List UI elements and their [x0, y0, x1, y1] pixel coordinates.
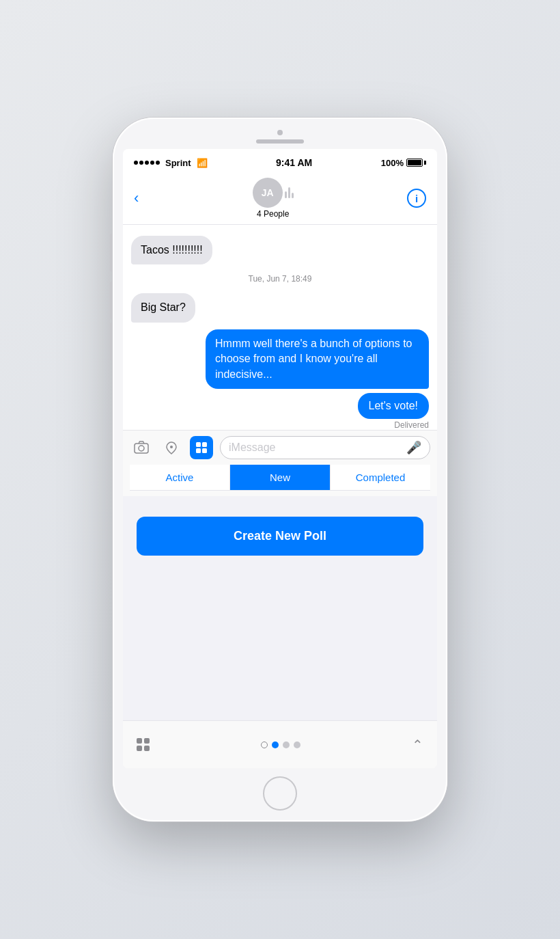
svg-rect-5 [196, 448, 201, 453]
wave-3 [292, 193, 294, 198]
chevron-up-button[interactable]: ⌃ [412, 737, 423, 753]
timestamp-1: Tue, Jun 7, 18:49 [249, 274, 312, 284]
message-tacos: Tacos !!!!!!!!!! [131, 236, 212, 264]
status-time: 9:41 AM [276, 157, 312, 168]
status-left: Sprint 📶 [134, 158, 208, 168]
phone-top-bar [113, 118, 447, 149]
phone-screen: Sprint 📶 9:41 AM 100% ‹ [123, 149, 437, 768]
people-count: 4 People [257, 209, 289, 219]
imessage-input-field[interactable]: iMessage 🎤 [220, 436, 430, 459]
battery-tip [424, 161, 426, 165]
battery-body [406, 159, 423, 167]
messages-area: Tacos !!!!!!!!!! Tue, Jun 7, 18:49 Big S… [123, 225, 437, 430]
signal-dots [134, 161, 160, 165]
svg-rect-6 [202, 448, 207, 453]
sticker-button[interactable] [160, 436, 183, 459]
tabs-row: Active New Completed [130, 465, 430, 491]
battery-percent: 100% [381, 158, 404, 168]
input-row: iMessage 🎤 [130, 436, 430, 459]
outgoing-group: Hmmm well there's a bunch of options to … [131, 329, 429, 430]
svg-rect-0 [135, 444, 148, 453]
svg-rect-4 [202, 442, 207, 447]
message-bigstar: Big Star? [131, 293, 195, 322]
tab-completed[interactable]: Completed [330, 465, 430, 490]
avatar-group: JA [253, 178, 294, 208]
signal-dot-2 [139, 161, 143, 165]
signal-dot-5 [156, 161, 160, 165]
tab-new[interactable]: New [230, 465, 330, 490]
apps-dot-1 [137, 738, 142, 744]
page-indicators [261, 741, 300, 748]
signal-dot-1 [134, 161, 138, 165]
home-button[interactable] [263, 776, 297, 811]
mic-icon: 🎤 [406, 440, 421, 455]
apps-dot-4 [144, 746, 150, 751]
status-right: 100% [381, 158, 426, 168]
create-poll-button[interactable]: Create New Poll [137, 517, 423, 556]
carrier-label: Sprint [165, 158, 191, 168]
wave-2 [288, 187, 290, 198]
wifi-icon: 📶 [197, 158, 208, 168]
apps-dot-2 [144, 738, 150, 744]
page-indicator-empty-2 [294, 741, 300, 748]
avatar: JA [253, 178, 283, 208]
audio-waves [285, 187, 294, 198]
appstore-button[interactable] [190, 436, 213, 459]
svg-rect-3 [196, 442, 201, 447]
battery-icon [406, 159, 426, 167]
message-vote: Let's vote! [358, 393, 429, 419]
page-indicator-empty-1 [283, 741, 290, 748]
wave-1 [285, 191, 287, 198]
back-button[interactable]: ‹ [134, 189, 139, 207]
status-bar: Sprint 📶 9:41 AM 100% [123, 149, 437, 174]
bottom-bar: ⌃ [123, 720, 437, 768]
page-indicator-ring [261, 741, 268, 748]
battery-fill [408, 160, 421, 165]
apps-grid-icon[interactable] [137, 738, 150, 751]
message-outgoing1: Hmmm well there's a bunch of options to … [206, 329, 429, 389]
camera-button[interactable] [130, 436, 153, 459]
signal-dot-4 [150, 161, 154, 165]
signal-dot-3 [145, 161, 149, 165]
page-indicator-active [272, 741, 279, 748]
nav-bar: ‹ JA 4 People i [123, 174, 437, 225]
nav-center: JA 4 People [253, 178, 294, 219]
tab-active[interactable]: Active [130, 465, 230, 490]
svg-point-1 [139, 446, 144, 451]
speaker-bar [256, 139, 304, 144]
imessage-placeholder: iMessage [229, 441, 275, 454]
input-area: iMessage 🎤 Active New Completed [123, 430, 437, 496]
info-button[interactable]: i [407, 189, 426, 208]
phone-frame: Sprint 📶 9:41 AM 100% ‹ [113, 118, 447, 821]
home-indicator-area [113, 768, 447, 821]
apps-dot-3 [137, 746, 142, 751]
svg-point-2 [170, 446, 173, 448]
delivered-label: Delivered [394, 420, 429, 430]
page-background: Sprint 📶 9:41 AM 100% ‹ [0, 0, 560, 939]
poll-area: Create New Poll [123, 496, 437, 720]
speaker-dot [277, 130, 283, 135]
